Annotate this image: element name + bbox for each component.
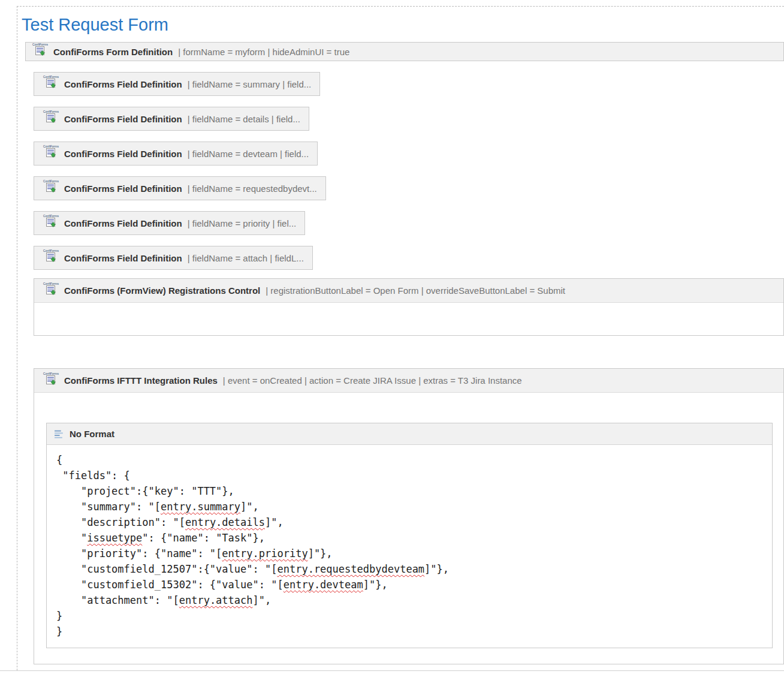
macro-noformat[interactable]: No Format { "fields": { "project":{"key"… xyxy=(46,423,773,648)
code-line: "customfield_12507":{"value": "[entry.re… xyxy=(56,561,762,577)
code-line: "fields": { xyxy=(56,468,762,483)
code-line: "attachment": "[entry.attach]", xyxy=(56,592,762,608)
confiforms-icon: ConfiForms xyxy=(32,43,49,56)
registrations-control-body[interactable] xyxy=(34,303,783,335)
macro-params: | fieldName = summary | field... xyxy=(188,79,312,89)
code-line: "issuetype": {"name": "Task"}, xyxy=(56,530,762,546)
misspelled-token: entry.priority xyxy=(222,547,307,559)
macro-field-definition-details[interactable]: ConfiForms ConfiForms Field Definition |… xyxy=(34,107,309,131)
misspelled-token: issuetype xyxy=(87,532,142,544)
code-line: "summary": "[entry.summary]", xyxy=(56,499,762,514)
page-title[interactable]: Test Request Form xyxy=(22,15,784,35)
macro-field-definition-requestedbydevteam[interactable]: ConfiForms ConfiForms Field Definition |… xyxy=(34,176,326,200)
macro-title: ConfiForms Field Definition xyxy=(64,149,182,159)
macro-params: | registrationButtonLabel = Open Form | … xyxy=(266,285,565,296)
macro-params: | fieldName = priority | fiel... xyxy=(188,218,297,228)
macro-field-definition-summary[interactable]: ConfiForms ConfiForms Field Definition |… xyxy=(34,72,320,96)
macro-field-definition-priority[interactable]: ConfiForms ConfiForms Field Definition |… xyxy=(34,211,305,235)
macro-form-definition[interactable]: ConfiForms ConfiForms Form Definition | … xyxy=(25,42,784,61)
confiforms-icon: ConfiForms xyxy=(43,110,59,124)
confiforms-icon: ConfiForms xyxy=(43,282,59,296)
misspelled-token: entry.summary xyxy=(161,501,240,513)
registrations-control-header: ConfiForms ConfiForms (FormView) Registr… xyxy=(34,279,783,303)
confiforms-icon: ConfiForms xyxy=(43,179,59,193)
macro-title: ConfiForms (FormView) Registrations Cont… xyxy=(64,285,260,296)
macro-params: | fieldName = requestedbydevt... xyxy=(188,183,317,194)
macro-field-definition-attach[interactable]: ConfiForms ConfiForms Field Definition |… xyxy=(34,246,313,270)
macro-field-definition-devteam[interactable]: ConfiForms ConfiForms Field Definition |… xyxy=(34,142,318,166)
macro-ifttt-rules[interactable]: ConfiForms ConfiForms IFTTT Integration … xyxy=(34,368,784,664)
ifttt-header: ConfiForms ConfiForms IFTTT Integration … xyxy=(34,369,783,393)
misspelled-token: entry.attach xyxy=(179,594,253,606)
confiforms-icon: ConfiForms xyxy=(43,372,59,386)
misspelled-token: entry.requestedbydevteam xyxy=(277,563,424,575)
confiforms-icon: ConfiForms xyxy=(43,75,59,89)
code-block[interactable]: { "fields": { "project":{"key": "TTT"}, … xyxy=(47,445,772,648)
macro-params: | fieldName = devteam | field... xyxy=(188,149,309,159)
ifttt-body: No Format { "fields": { "project":{"key"… xyxy=(34,393,783,664)
confiforms-icon: ConfiForms xyxy=(43,249,59,263)
code-line: "description": "[entry.details]", xyxy=(56,514,762,530)
bottom-divider xyxy=(0,670,784,671)
misspelled-token: entry.details xyxy=(185,516,265,528)
macro-title: ConfiForms Field Definition xyxy=(64,253,182,263)
code-line: { xyxy=(56,452,762,468)
noformat-header: No Format xyxy=(47,423,772,445)
code-line: } xyxy=(56,608,762,624)
noformat-title: No Format xyxy=(70,429,114,439)
noformat-icon xyxy=(54,429,64,439)
macro-params: | fieldName = details | field... xyxy=(188,114,300,124)
macro-title: ConfiForms IFTTT Integration Rules xyxy=(64,375,218,386)
macro-params: | formName = myform | hideAdminUI = true xyxy=(178,47,349,57)
confiforms-icon: ConfiForms xyxy=(43,214,59,228)
code-line: "customfield_15302": {"value": "[entry.d… xyxy=(56,577,762,592)
macro-registrations-control[interactable]: ConfiForms ConfiForms (FormView) Registr… xyxy=(34,278,784,336)
macro-params: | event = onCreated | action = Create JI… xyxy=(223,375,522,386)
code-line: } xyxy=(56,624,762,639)
code-line: "project":{"key": "TTT"}, xyxy=(56,483,762,499)
macro-title: ConfiForms Field Definition xyxy=(64,79,182,89)
macro-title: ConfiForms Form Definition xyxy=(53,47,173,57)
misspelled-token: entry.devteam xyxy=(284,579,363,591)
confiforms-icon: ConfiForms xyxy=(43,145,59,158)
code-line: "priority": {"name": "[entry.priority]"}… xyxy=(56,546,762,561)
macro-title: ConfiForms Field Definition xyxy=(64,183,182,194)
macro-params: | fieldName = attach | fieldL... xyxy=(188,253,304,263)
editor-content-area: Test Request Form ConfiForms ConfiForms … xyxy=(17,6,784,670)
macro-title: ConfiForms Field Definition xyxy=(64,114,182,124)
macro-title: ConfiForms Field Definition xyxy=(64,218,182,228)
